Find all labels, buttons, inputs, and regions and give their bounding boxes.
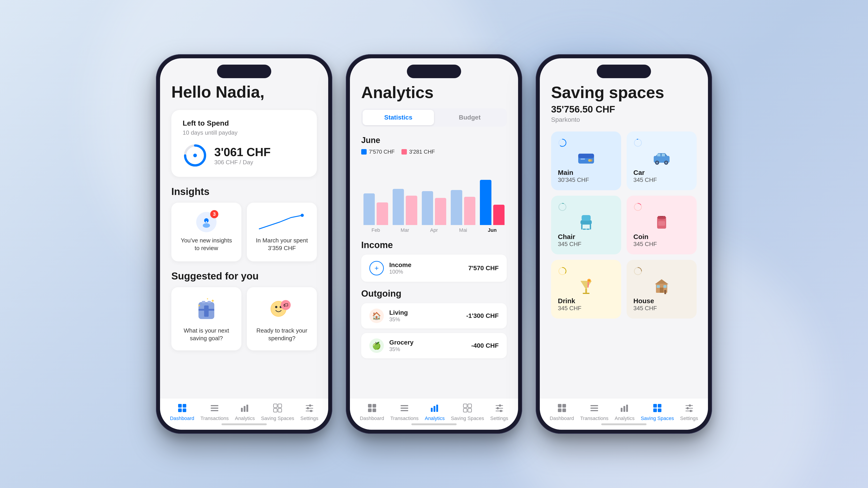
insight-card-1[interactable]: 3 You've new insights to review bbox=[171, 203, 241, 261]
bar-label-mar: Mar bbox=[393, 227, 417, 233]
space-icon-car bbox=[633, 147, 690, 169]
income-card[interactable]: + Income 100% 7'570 CHF bbox=[361, 255, 507, 282]
space-card-drink[interactable]: Drink 345 CHF bbox=[551, 260, 621, 319]
svg-rect-34 bbox=[274, 409, 277, 412]
svg-text:✦: ✦ bbox=[206, 297, 209, 300]
nav-settings-2[interactable]: Settings bbox=[490, 402, 508, 421]
svg-rect-84 bbox=[583, 229, 586, 230]
suggested-card-2[interactable]: 🏷 Ready to track your spending? bbox=[247, 287, 317, 350]
nav-saving-2[interactable]: Saving Spaces bbox=[451, 402, 484, 421]
bar-group-feb bbox=[364, 193, 388, 225]
nav-dashboard-2[interactable]: Dashboard bbox=[360, 402, 384, 421]
nav-transactions-3[interactable]: Transactions bbox=[580, 402, 609, 421]
legend-expense-dot bbox=[401, 149, 407, 155]
bar-label-mai: Mai bbox=[451, 227, 475, 233]
bar-label-jun: Jun bbox=[480, 227, 504, 233]
insights-title: Insights bbox=[171, 186, 317, 197]
nav-label-dashboard: Dashboard bbox=[170, 416, 194, 421]
svg-rect-50 bbox=[434, 406, 435, 412]
space-amount-car: 345 CHF bbox=[633, 176, 690, 184]
nav-saving-active[interactable]: Saving Spaces bbox=[641, 402, 674, 421]
nav-transactions-2[interactable]: Transactions bbox=[391, 402, 418, 421]
phone-analytics-screen: Analytics Statistics Budget June 7'570 C… bbox=[350, 58, 518, 430]
list-icon bbox=[209, 402, 220, 414]
space-name-main: Main bbox=[558, 169, 614, 176]
nav-dashboard-3[interactable]: Dashboard bbox=[550, 402, 574, 421]
svg-rect-28 bbox=[211, 410, 218, 411]
suggested-text-2: Ready to track your spending? bbox=[254, 327, 310, 342]
svg-rect-52 bbox=[463, 404, 467, 408]
nav-label-saving-1: Saving Spaces bbox=[261, 416, 294, 421]
living-info: Living 35% bbox=[389, 309, 461, 323]
insight-text-1: You've new insights to review bbox=[178, 237, 235, 252]
outgoing-item-grocery[interactable]: 🍏 Grocery 35% -400 CHF bbox=[361, 333, 507, 358]
space-card-main[interactable]: Main 30'345 CHF bbox=[551, 131, 621, 190]
svg-point-5 bbox=[206, 221, 207, 223]
svg-point-41 bbox=[310, 410, 312, 412]
emojis-icon: 🏷 bbox=[268, 295, 296, 322]
left-to-spend-card: Left to Spend 10 days untill payday 3'06… bbox=[171, 110, 317, 177]
svg-rect-35 bbox=[278, 409, 282, 412]
phone-analytics: Analytics Statistics Budget June 7'570 C… bbox=[346, 54, 522, 434]
bar-group-apr bbox=[422, 191, 446, 225]
svg-marker-103 bbox=[655, 279, 669, 284]
nav-analytics-active[interactable]: Analytics bbox=[425, 402, 445, 421]
svg-rect-26 bbox=[211, 405, 218, 406]
svg-rect-82 bbox=[581, 224, 583, 230]
svg-point-61 bbox=[500, 410, 502, 412]
space-card-car[interactable]: Car 345 CHF bbox=[627, 131, 697, 190]
nav-label-dashboard-3: Dashboard bbox=[550, 416, 574, 421]
svg-rect-73 bbox=[662, 154, 665, 156]
bar-income-mai bbox=[451, 190, 462, 225]
svg-rect-123 bbox=[658, 409, 661, 412]
space-card-house[interactable]: House 345 CHF bbox=[627, 260, 697, 319]
svg-rect-24 bbox=[178, 409, 182, 412]
analytics-title: Analytics bbox=[361, 83, 507, 102]
space-card-chair[interactable]: Chair 345 CHF bbox=[551, 196, 621, 254]
nav-analytics-3[interactable]: Analytics bbox=[615, 402, 634, 421]
svg-rect-72 bbox=[657, 154, 660, 156]
svg-rect-44 bbox=[368, 409, 372, 412]
tab-budget[interactable]: Budget bbox=[434, 110, 505, 125]
svg-point-69 bbox=[634, 139, 642, 147]
nav-label-settings-1: Settings bbox=[301, 416, 318, 421]
svg-rect-83 bbox=[590, 224, 591, 230]
suggested-card-1[interactable]: ★ ★ ✦ What is your next saving goal? bbox=[171, 287, 241, 350]
chart-month-label: June bbox=[361, 135, 507, 145]
outgoing-item-living[interactable]: 🏠 Living 35% -1'300 CHF bbox=[361, 303, 507, 328]
nav-saving-1[interactable]: Saving Spaces bbox=[261, 402, 294, 421]
bar-group-mar bbox=[393, 189, 417, 225]
space-card-coin[interactable]: Coin 345 CHF bbox=[627, 196, 697, 254]
svg-point-6 bbox=[301, 214, 304, 217]
svg-rect-96 bbox=[585, 289, 587, 293]
bar-label-apr: Apr bbox=[422, 227, 446, 233]
insight-card-2[interactable]: In March your spent 3'359 CHF bbox=[247, 203, 317, 261]
nav-dashboard[interactable]: Dashboard bbox=[170, 402, 194, 421]
nav-analytics-1[interactable]: Analytics bbox=[235, 402, 255, 421]
progress-chair bbox=[558, 202, 567, 212]
insights-grid: 3 You've new insights to review In March bbox=[171, 203, 317, 261]
tab-statistics[interactable]: Statistics bbox=[363, 110, 434, 125]
home-indicator-1 bbox=[221, 423, 267, 425]
gauge-chart bbox=[183, 143, 208, 168]
svg-rect-42 bbox=[368, 404, 372, 408]
svg-rect-47 bbox=[401, 408, 408, 409]
svg-point-59 bbox=[497, 407, 499, 410]
grocery-amount: -400 CHF bbox=[471, 342, 499, 349]
saving-spaces-title: Saving spaces bbox=[551, 83, 697, 102]
saving-bank-name: Sparkonto bbox=[551, 116, 697, 123]
svg-point-127 bbox=[686, 407, 689, 410]
svg-rect-81 bbox=[582, 215, 591, 221]
svg-rect-49 bbox=[431, 408, 433, 412]
svg-rect-65 bbox=[578, 154, 594, 158]
svg-rect-11 bbox=[198, 309, 214, 311]
nav-settings-1[interactable]: Settings bbox=[301, 402, 318, 421]
svg-rect-55 bbox=[468, 409, 471, 412]
spaces-grid: Main 30'345 CHF bbox=[551, 131, 697, 319]
svg-point-125 bbox=[689, 404, 691, 407]
nav-transactions-1[interactable]: Transactions bbox=[200, 402, 229, 421]
svg-point-2 bbox=[193, 154, 197, 157]
space-name-house: House bbox=[633, 297, 690, 305]
svg-rect-23 bbox=[183, 404, 186, 408]
nav-settings-3[interactable]: Settings bbox=[680, 402, 698, 421]
